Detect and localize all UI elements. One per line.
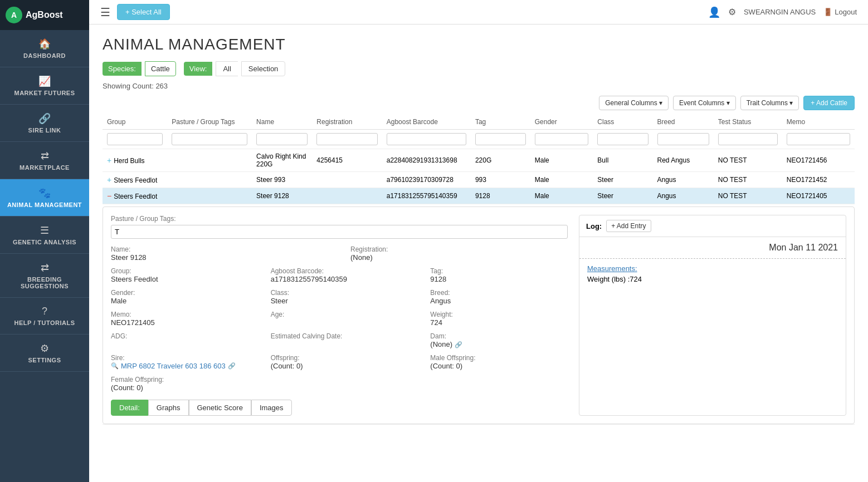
logo-icon: A [6, 7, 22, 23]
measurements-link[interactable]: Measurements: [587, 264, 637, 273]
memo-col: Memo: NEO1721405 [111, 311, 248, 327]
filter-pasture[interactable] [172, 133, 247, 145]
male-offspring-label: Male Offspring: [430, 354, 568, 362]
cell-pasture [167, 172, 252, 188]
column-buttons: General Columns ▾ Event Columns ▾ Trait … [103, 96, 855, 110]
gender-class-breed-row: Gender: Male Class: Steer Br [111, 289, 568, 305]
sidebar-item-settings[interactable]: ⚙ SETTINGS [0, 335, 89, 372]
user-icon: 👤 [708, 6, 720, 18]
filter-test-status[interactable] [718, 133, 778, 145]
breed-label: Breed: [430, 289, 568, 297]
age-col: Age: [271, 311, 408, 327]
event-columns-button[interactable]: Event Columns ▾ [673, 96, 736, 110]
filter-gender[interactable] [535, 133, 589, 145]
filter-breed[interactable] [657, 133, 709, 145]
name-value: Steer 9128 [111, 253, 328, 262]
sidebar-item-market-futures[interactable]: 📈 MARKET FUTURES [0, 67, 89, 105]
general-columns-button[interactable]: General Columns ▾ [599, 96, 669, 110]
filter-group[interactable] [107, 133, 163, 145]
collapse-icon[interactable]: − [107, 191, 111, 200]
filter-registration[interactable] [316, 133, 377, 145]
genetic-score-tab[interactable]: Genetic Score [189, 400, 251, 416]
cell-barcode: a79610239170309728 [382, 172, 471, 188]
sire-link-icon[interactable]: 🔗 [228, 362, 236, 370]
sidebar-item-genetic-analysis[interactable]: ☰ GENETIC ANALYSIS [0, 217, 89, 254]
settings-topbar-icon: ⚙ [728, 7, 736, 17]
female-offspring-label: Female Offspring: [111, 376, 568, 383]
content-area: ANIMAL MANAGEMENT Species: Cattle View: … [89, 24, 868, 482]
sire-col: Sire: 🔍 MRP 6802 Traveler 603 186 603 🔗 [111, 354, 248, 370]
adg-label: ADG: [111, 332, 248, 340]
settings-icon: ⚙ [40, 342, 49, 355]
species-label: Species: [103, 62, 142, 76]
view-all-tab[interactable]: All [216, 61, 237, 76]
table-row[interactable]: +Herd Bulls Calvo Right Kind 220G 425641… [103, 149, 855, 172]
class-col: Class: Steer [271, 289, 408, 305]
sidebar-item-dashboard[interactable]: 🏠 DASHBOARD [0, 30, 89, 67]
female-offspring-row: Female Offspring: (Count: 0) [111, 376, 568, 392]
add-entry-button[interactable]: + Add Entry [606, 220, 651, 232]
expand-icon[interactable]: + [107, 175, 111, 184]
breed-col: Breed: Angus [430, 289, 568, 305]
gender-col: Gender: Male [111, 289, 248, 305]
col-name: Name [252, 115, 312, 130]
images-tab[interactable]: Images [251, 400, 292, 416]
view-selection-tab[interactable]: Selection [241, 61, 285, 76]
col-test-status: Test Status [714, 115, 782, 130]
weight-label: Weight: [430, 311, 568, 318]
cell-registration [312, 188, 382, 204]
add-cattle-button[interactable]: + Add Cattle [803, 96, 855, 110]
sidebar-item-animal-management[interactable]: 🐾 ANIMAL MANAGEMENT [0, 179, 89, 217]
sire-offspring-row: Sire: 🔍 MRP 6802 Traveler 603 186 603 🔗 [111, 354, 568, 370]
memo-value: NEO1721405 [111, 318, 248, 327]
species-value[interactable]: Cattle [145, 61, 176, 76]
filter-tag[interactable] [475, 133, 526, 145]
tag-label: Tag: [430, 267, 568, 275]
sidebar-item-breeding-suggestions[interactable]: ⇄ BREEDING SUGGESTIONS [0, 254, 89, 298]
view-label: View: [184, 62, 213, 76]
offspring-label: Offspring: [271, 354, 408, 362]
hamburger-icon[interactable]: ☰ [100, 6, 110, 19]
calving-label: Estimated Calving Date: [271, 332, 408, 340]
logout-button[interactable]: 🚪 Logout [823, 8, 857, 16]
table-row[interactable]: +Steers Feedlot Steer 993 a7961023917030… [103, 172, 855, 188]
cell-class: Bull [593, 149, 652, 172]
male-offspring-col: Male Offspring: (Count: 0) [430, 354, 568, 370]
log-measurements: Measurements: Weight (lbs) :724 [579, 258, 846, 289]
cell-tag: 993 [471, 172, 530, 188]
expand-icon[interactable]: + [107, 156, 111, 165]
animal-management-icon: 🐾 [38, 187, 51, 199]
sire-search-icon[interactable]: 🔍 [111, 362, 119, 370]
sidebar-item-sire-link[interactable]: 🔗 SIRE LINK [0, 105, 89, 142]
cell-name: Steer 9128 [252, 188, 312, 204]
cell-class: Steer [593, 172, 652, 188]
offspring-value: (Count: 0) [271, 362, 408, 370]
gender-label: Gender: [111, 289, 248, 297]
dam-link-icon[interactable]: 🔗 [455, 341, 462, 348]
breeding-suggestions-icon: ⇄ [41, 262, 49, 274]
detail-tab[interactable]: Detail: [111, 400, 148, 416]
pasture-tags-input[interactable] [111, 225, 568, 239]
sidebar-item-marketplace[interactable]: ⇄ MARKETPLACE [0, 142, 89, 179]
filter-name[interactable] [256, 133, 308, 145]
trait-columns-button[interactable]: Trait Columns ▾ [740, 96, 799, 110]
marketplace-icon: ⇄ [41, 150, 49, 162]
filter-class[interactable] [597, 133, 648, 145]
filter-memo[interactable] [787, 133, 850, 145]
graphs-tab[interactable]: Graphs [148, 400, 189, 416]
cell-gender: Male [530, 188, 593, 204]
memo-label: Memo: [111, 311, 248, 318]
class-value: Steer [271, 297, 408, 305]
cell-tag: 220G [471, 149, 530, 172]
breed-value: Angus [430, 297, 568, 305]
sidebar-item-help-tutorials[interactable]: ? HELP / TUTORIALS [0, 298, 89, 335]
table-row-selected[interactable]: −Steers Feedlot Steer 9128 a171831255795… [103, 188, 855, 204]
cell-name: Steer 993 [252, 172, 312, 188]
page-title: ANIMAL MANAGEMENT [103, 36, 855, 53]
filter-barcode[interactable] [387, 133, 466, 145]
weight-col: Weight: 724 [430, 311, 568, 327]
sire-label: Sire: [111, 354, 248, 362]
select-all-button[interactable]: + Select All [117, 4, 170, 20]
cell-class: Steer [593, 188, 652, 204]
detail-panel: Pasture / Group Tags: Name: Steer 9128 [103, 206, 855, 424]
